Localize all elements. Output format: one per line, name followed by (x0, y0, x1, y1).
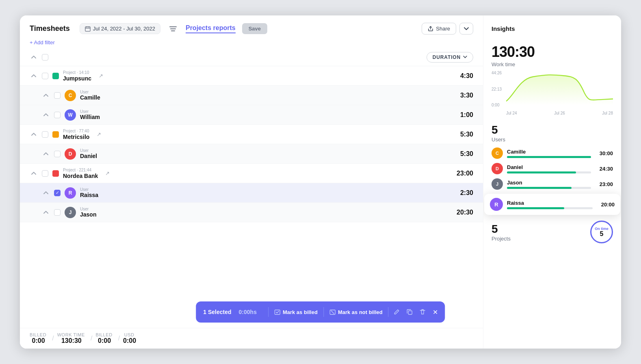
collapse-project-btn[interactable] (30, 133, 38, 136)
share-dropdown-btn[interactable] (459, 23, 473, 35)
user-row-raissa: R User Raissa 2:30 (20, 183, 483, 203)
header: Timesheets Jul 24, 2022 - Jul 30, 2022 P… (20, 15, 483, 35)
project-info: Project · 14:10 Jumpsunc (63, 70, 91, 82)
action-bar-time: 0:00hs (239, 309, 257, 315)
calendar-icon (85, 26, 91, 32)
avatar-daniel: D (492, 163, 503, 174)
user-row-william: W User William 1:00 (20, 105, 483, 125)
project-color-dot (52, 170, 59, 177)
share-icon (428, 26, 433, 32)
avatar-raissa: R (490, 198, 503, 211)
chart-svg (506, 71, 613, 105)
mark-not-billed-btn[interactable]: Mark as not billed (325, 309, 387, 315)
filter-icon (169, 26, 177, 32)
project-color-dot (52, 73, 59, 79)
insights-title: Insights (492, 25, 613, 32)
work-time-value: 130:30 (61, 337, 82, 344)
edit-icon (394, 309, 400, 315)
filter-btn[interactable] (167, 24, 179, 34)
user-row-camille: C User Camille 3:30 (20, 86, 483, 105)
chart-x-labels: Jul 24 Jul 26 Jul 28 (506, 111, 613, 115)
project-checkbox[interactable] (42, 131, 48, 138)
svg-rect-7 (275, 310, 280, 314)
projects-count: 5 (492, 223, 511, 236)
user-avatar-camille: C (65, 90, 76, 101)
collapse-all-btn[interactable] (30, 56, 38, 59)
user-stat-info-jason: Jason (507, 180, 591, 189)
delete-icon (420, 309, 426, 315)
save-button[interactable]: Save (242, 23, 267, 34)
avatar-jason: J (492, 178, 503, 190)
collapse-user-btn[interactable] (42, 113, 50, 117)
project-duration: 5:30 (441, 131, 473, 138)
chart-y-labels: 44:26 22:13 0:00 (492, 71, 506, 107)
mark-billed-btn[interactable]: Mark as billed (270, 309, 322, 315)
mark-billed-icon (274, 309, 280, 315)
total-time: 130:30 (492, 43, 613, 61)
project-row-jumpsync: Project · 14:10 Jumpsunc ↗ 4:30 (20, 66, 483, 86)
totals-bar: BILLED 0:00 / WORK TIME 130:30 / BILLED … (20, 328, 483, 349)
user-checkbox-raissa[interactable] (54, 190, 61, 196)
user-checkbox[interactable] (54, 112, 61, 118)
collapse-user-btn[interactable] (42, 94, 50, 97)
add-filter-link[interactable]: + Add filter (30, 39, 55, 46)
date-range-label: Jul 24, 2022 - Jul 30, 2022 (93, 26, 155, 32)
projects-label: Projects (492, 236, 511, 242)
share-button[interactable]: Share (422, 23, 456, 35)
project-row-left: Project · 77:40 Metricsilo ↗ (30, 129, 441, 140)
user-stat-camille: C Camille 30:00 (492, 147, 613, 159)
user-checkbox[interactable] (54, 209, 61, 216)
user-row-left: D User Daniel (30, 148, 441, 160)
table-header-right: DURATION (427, 52, 473, 63)
reports-tab[interactable]: Projects reports (186, 24, 236, 33)
insights-header: Insights (492, 25, 613, 35)
user-info-camille: User Camille (80, 90, 100, 101)
date-range-btn[interactable]: Jul 24, 2022 - Jul 30, 2022 (80, 23, 160, 34)
external-link-icon[interactable]: ↗ (97, 131, 101, 137)
collapse-project-btn[interactable] (30, 74, 38, 78)
user-stat-info-raissa: Raissa (507, 200, 593, 209)
external-link-icon[interactable]: ↗ (99, 73, 103, 79)
select-all-checkbox[interactable] (42, 54, 48, 61)
project-row-left: Project · 221:44 Nordea Bank ↗ (30, 168, 441, 179)
collapse-project-btn[interactable] (30, 172, 38, 175)
users-label: Users (492, 136, 613, 143)
user-checkbox[interactable] (54, 151, 61, 157)
user-avatar-jason: J (65, 207, 76, 218)
user-duration-daniel: 5:30 (441, 150, 473, 158)
user-stat-info-camille: Camille (507, 149, 591, 158)
add-filter-bar: + Add filter (20, 35, 483, 48)
project-row-metricsilo: Project · 77:40 Metricsilo ↗ 5:30 (20, 125, 483, 144)
chevron-down-icon (464, 27, 469, 30)
project-checkbox[interactable] (42, 170, 48, 177)
project-info: Project · 77:40 Metricsilo (63, 129, 89, 140)
duplicate-btn[interactable] (403, 309, 416, 315)
user-checkbox[interactable] (54, 92, 61, 99)
user-duration-jason: 20:30 (441, 209, 473, 216)
collapse-user-btn[interactable] (42, 211, 50, 214)
user-duration-camille: 3:30 (441, 92, 473, 99)
collapse-user-btn[interactable] (42, 152, 50, 156)
user-row-left: R User Raissa (30, 187, 441, 199)
usd-label: USD (124, 332, 134, 337)
svg-rect-0 (85, 26, 90, 31)
user-avatar-raissa: R (65, 187, 76, 199)
edit-btn[interactable] (390, 309, 403, 315)
user-duration-william: 1:00 (441, 111, 473, 119)
external-link-icon[interactable]: ↗ (105, 170, 110, 176)
project-info: Project · 221:44 Nordea Bank (63, 168, 98, 179)
svg-rect-10 (409, 311, 412, 314)
svg-line-9 (331, 311, 334, 314)
duration-sort-btn[interactable]: DURATION (427, 52, 473, 63)
collapse-user-btn[interactable] (42, 191, 50, 195)
work-time-section: 130:30 Work time 44:26 22:13 0:00 (492, 43, 613, 115)
user-row-left: C User Camille (30, 90, 441, 101)
project-row-nordea: Project · 221:44 Nordea Bank ↗ 23:00 (20, 164, 483, 183)
project-checkbox[interactable] (42, 73, 48, 79)
close-action-bar-btn[interactable]: ✕ (433, 308, 438, 316)
projects-section: 5 Projects On time 5 (492, 217, 613, 243)
app-title: Timesheets (30, 24, 70, 33)
user-stat-daniel: D Daniel 24:30 (492, 163, 613, 174)
delete-btn[interactable] (416, 309, 429, 315)
user-info-jason: User Jason (80, 207, 96, 218)
